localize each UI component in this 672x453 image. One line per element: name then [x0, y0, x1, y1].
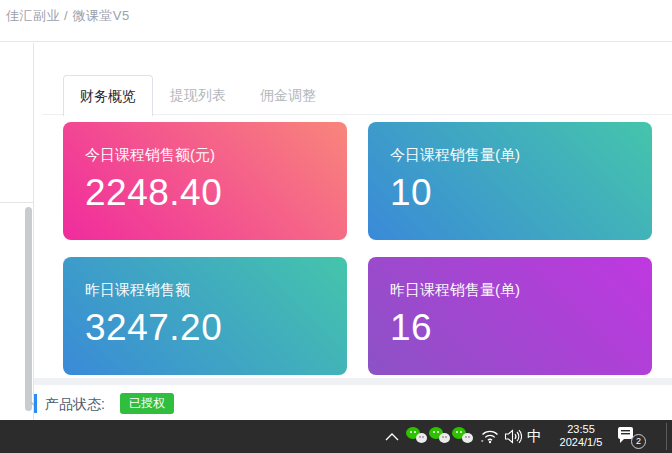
- wechat-icon[interactable]: [429, 426, 451, 444]
- tab-withdraw-list[interactable]: 提现列表: [153, 75, 243, 115]
- show-desktop-divider[interactable]: [666, 423, 667, 450]
- panel-gap: [34, 378, 672, 385]
- sidebar-scrollbar[interactable]: [25, 207, 32, 411]
- wechat-bubble-small: [462, 433, 473, 443]
- clock[interactable]: 23:55 2024/1/5: [548, 423, 614, 449]
- tab-commission-adjust[interactable]: 佣金调整: [243, 75, 333, 115]
- wifi-icon[interactable]: *: [481, 429, 499, 444]
- stat-card-value: 16: [390, 307, 630, 349]
- breadcrumb[interactable]: 佳汇副业 / 微课堂V5: [6, 7, 130, 25]
- stat-card-today-sales-count: 今日课程销售量(单) 10: [368, 122, 652, 240]
- stat-card-label: 今日课程销售量(单): [390, 146, 630, 165]
- clock-time: 23:55: [548, 423, 614, 436]
- stat-card-yesterday-sales-count: 昨日课程销售量(单) 16: [368, 257, 652, 375]
- sidebar-divider: [33, 43, 34, 420]
- status-badge: 已授权: [120, 393, 174, 414]
- stat-card-value: 10: [390, 172, 630, 214]
- stat-card-today-sales-amount: 今日课程销售额(元) 2248.40: [63, 122, 347, 240]
- tabs-header: 财务概览 提现列表 佣金调整: [43, 75, 672, 115]
- sidebar-section-divider: [0, 202, 33, 203]
- wechat-icon[interactable]: [452, 426, 474, 444]
- tab-finance-overview[interactable]: 财务概览: [63, 75, 153, 116]
- wechat-bubble-small: [416, 433, 427, 443]
- stat-card-label: 昨日课程销售量(单): [390, 281, 630, 300]
- notification-count-badge: 2: [631, 434, 646, 449]
- system-tray: * 中 23:55 2024/1/5 2: [0, 420, 672, 453]
- clock-date: 2024/1/5: [548, 436, 614, 449]
- wechat-bubble-small: [439, 433, 450, 443]
- topbar: 佳汇副业 / 微课堂V5: [0, 0, 672, 42]
- stat-card-value: 2248.40: [85, 172, 325, 214]
- stat-card-yesterday-sales-amount: 昨日课程销售额 3247.20: [63, 257, 347, 375]
- stat-card-label: 今日课程销售额(元): [85, 146, 325, 165]
- taskbar: * 中 23:55 2024/1/5 2: [0, 420, 672, 453]
- chevron-up-icon[interactable]: [385, 433, 399, 441]
- svg-text:*: *: [481, 439, 484, 444]
- status-accent-bar: [34, 394, 37, 413]
- product-status-label: 产品状态:: [45, 396, 105, 414]
- stat-card-value: 3247.20: [85, 307, 325, 349]
- screen: 佳汇副业 / 微课堂V5 财务概览 提现列表 佣金调整 今日课程销售额(元) 2…: [0, 0, 672, 453]
- wechat-icon[interactable]: [406, 426, 428, 444]
- notification-center-icon[interactable]: 2: [616, 425, 646, 449]
- volume-icon[interactable]: [504, 429, 522, 444]
- ime-language-indicator[interactable]: 中: [527, 427, 542, 446]
- stat-card-label: 昨日课程销售额: [85, 281, 325, 300]
